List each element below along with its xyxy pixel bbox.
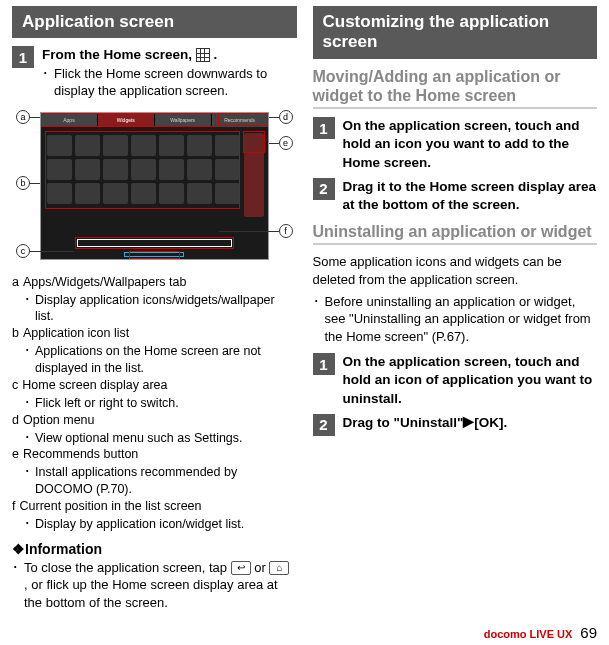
callout-c: c xyxy=(16,244,30,258)
def-text: Option menu xyxy=(23,412,95,429)
def-b-sub: ･Applications on the Home screen are not… xyxy=(24,343,297,377)
callout-a-line xyxy=(30,117,40,118)
def-f: fCurrent position in the list screen xyxy=(12,498,297,515)
def-c-sub: ･Flick left or right to switch. xyxy=(24,395,297,412)
def-label: a xyxy=(12,274,19,291)
callout-box-b xyxy=(45,131,240,209)
info-bullet: ･ To close the application screen, tap ↩… xyxy=(12,559,297,612)
info-text: To close the application screen, tap ↩ o… xyxy=(24,559,297,612)
step-title-part-a: From the Home screen, xyxy=(42,47,196,62)
callout-b-line xyxy=(30,183,40,184)
callout-c-line xyxy=(30,251,74,252)
step-number: 2 xyxy=(313,178,335,200)
def-label: d xyxy=(12,412,19,429)
step-number: 1 xyxy=(12,46,34,68)
bullet-dot: ･ xyxy=(24,430,31,447)
back-key-icon: ↩ xyxy=(231,561,251,575)
callout-box-a xyxy=(41,113,216,127)
step-number: 1 xyxy=(313,353,335,375)
step4-text-a: Drag to "Uninstall" xyxy=(343,415,464,430)
step-number: 1 xyxy=(313,117,335,139)
def-text: Current position in the list screen xyxy=(19,498,201,515)
step-text: On the application screen, touch and hol… xyxy=(343,117,598,172)
step-bullet: ･ Flick the Home screen downwards to dis… xyxy=(42,65,297,100)
subsection-moving-adding: Moving/Adding an application or widget t… xyxy=(313,67,598,109)
callout-e-line xyxy=(269,143,279,144)
step-title: From the Home screen, . xyxy=(42,46,297,64)
page-footer: docomo LIVE UX 69 xyxy=(484,624,597,641)
def-sub-text: Display application icons/widgets/wallpa… xyxy=(35,292,297,326)
def-text: Application icon list xyxy=(23,325,129,342)
right-column: Customizing the application screen Movin… xyxy=(305,0,610,645)
right-step-4: 2 Drag to "Uninstall"▶[OK]. xyxy=(313,414,598,436)
def-d-sub: ･View optional menu such as Settings. xyxy=(24,430,297,447)
information-heading: ❖Information xyxy=(12,541,297,557)
info-text-c: , or flick up the Home screen display ar… xyxy=(24,577,278,610)
callout-d-line xyxy=(269,117,279,118)
def-label: f xyxy=(12,498,15,515)
right-step-3: 1 On the application screen, touch and h… xyxy=(313,353,598,408)
bullet-dot: ･ xyxy=(24,292,31,326)
step-body: From the Home screen, . ･ Flick the Home… xyxy=(42,46,297,99)
callout-definitions: aApps/Widgets/Wallpapers tab ･Display ap… xyxy=(12,274,297,533)
callout-box-f xyxy=(129,251,180,259)
intro2-text: Before uninstalling an application or wi… xyxy=(325,293,598,346)
step-text: Drag it to the Home screen display area … xyxy=(343,178,598,214)
left-column: Application screen 1 From the Home scree… xyxy=(0,0,305,645)
bullet-dot: ･ xyxy=(313,293,319,346)
def-e: eRecommends button xyxy=(12,446,297,463)
left-step-1: 1 From the Home screen, . ･ Flick the Ho… xyxy=(12,46,297,99)
step-number: 2 xyxy=(313,414,335,436)
callout-box-e xyxy=(243,131,265,153)
def-text: Recommends button xyxy=(23,446,138,463)
customizing-header: Customizing the application screen xyxy=(313,6,598,59)
footer-brand: docomo LIVE UX xyxy=(484,628,573,640)
def-a-sub: ･Display application icons/widgets/wallp… xyxy=(24,292,297,326)
information-body: ･ To close the application screen, tap ↩… xyxy=(12,559,297,612)
def-e-sub: ･Install applications recommended by DOC… xyxy=(24,464,297,498)
def-sub-text: Flick left or right to switch. xyxy=(35,395,179,412)
bullet-text: Flick the Home screen downwards to displ… xyxy=(54,65,297,100)
bullet-dot: ･ xyxy=(42,65,48,100)
callout-box-d xyxy=(218,113,268,126)
info-text-a: To close the application screen, tap xyxy=(24,560,231,575)
footer-page-number: 69 xyxy=(580,624,597,641)
bullet-dot: ･ xyxy=(24,516,31,533)
def-label: b xyxy=(12,325,19,342)
def-text: Apps/Widgets/Wallpapers tab xyxy=(23,274,187,291)
def-sub-text: Applications on the Home screen are not … xyxy=(35,343,297,377)
apps-grid-icon xyxy=(196,48,210,62)
right-step-2: 2 Drag it to the Home screen display are… xyxy=(313,178,598,214)
step-text: Drag to "Uninstall"▶[OK]. xyxy=(343,414,598,436)
subsection-uninstalling: Uninstalling an application or widget xyxy=(313,222,598,245)
uninstall-intro-1: Some application icons and widgets can b… xyxy=(313,253,598,288)
bullet-dot: ･ xyxy=(24,395,31,412)
bullet-dot: ･ xyxy=(24,343,31,377)
def-label: e xyxy=(12,446,19,463)
def-a: aApps/Widgets/Wallpapers tab xyxy=(12,274,297,291)
step-title-part-b: . xyxy=(214,47,218,62)
callout-d: d xyxy=(279,110,293,124)
def-sub-text: View optional menu such as Settings. xyxy=(35,430,243,447)
def-f-sub: ･Display by application icon/widget list… xyxy=(24,516,297,533)
callout-f: f xyxy=(279,224,293,238)
callout-b: b xyxy=(16,176,30,190)
uninstall-intro-2: ･ Before uninstalling an application or … xyxy=(313,293,598,346)
triangle-icon: ▶ xyxy=(463,413,474,431)
def-d: dOption menu xyxy=(12,412,297,429)
step4-text-b: [OK]. xyxy=(474,415,507,430)
bullet-dot: ･ xyxy=(12,559,18,612)
bullet-dot: ･ xyxy=(24,464,31,498)
callout-e: e xyxy=(279,136,293,150)
step-text: On the application screen, touch and hol… xyxy=(343,353,598,408)
device-screenshot: Apps Widgets Wallpapers Recommends xyxy=(40,112,269,260)
def-sub-text: Display by application icon/widget list. xyxy=(35,516,244,533)
app-screen-header: Application screen xyxy=(12,6,297,38)
callout-box-c xyxy=(75,237,234,249)
callout-f-line xyxy=(219,231,279,232)
info-text-b: or xyxy=(254,560,269,575)
def-sub-text: Install applications recommended by DOCO… xyxy=(35,464,297,498)
def-c: cHome screen display area xyxy=(12,377,297,394)
def-b: bApplication icon list xyxy=(12,325,297,342)
callout-a: a xyxy=(16,110,30,124)
